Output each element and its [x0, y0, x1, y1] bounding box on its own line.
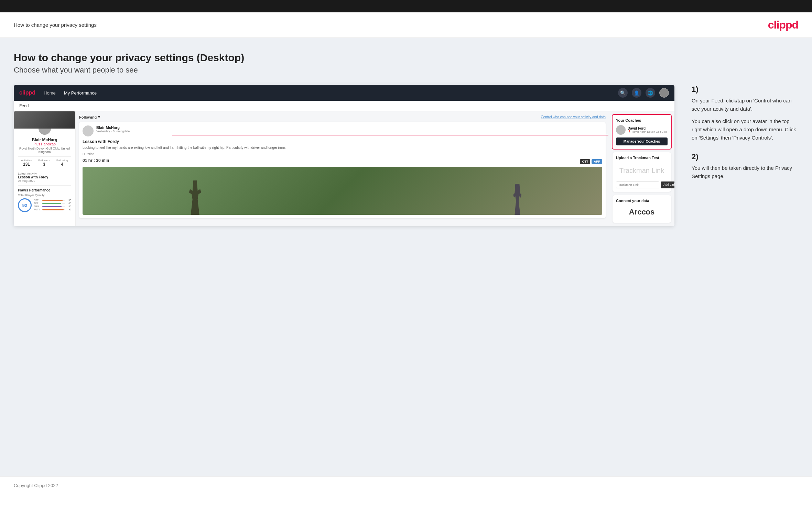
tpq-bar-app: APP 85	[34, 202, 71, 205]
post-description: Looking to feel like my hands are exitin…	[83, 145, 602, 150]
nav-link-home[interactable]: Home	[44, 90, 56, 96]
tpq-bar-putt: PUTT 96	[34, 208, 71, 211]
main-content: How to change your privacy settings (Des…	[0, 38, 812, 476]
user-avatar[interactable]	[659, 88, 669, 98]
tpq-row: 92 OTT 90 APP 85	[18, 198, 71, 212]
post-image	[83, 167, 602, 215]
profile-panel: Blair McHarg Plus Handicap Royal North D…	[14, 111, 76, 226]
post-user-location: Yesterday · Sunningdale	[96, 130, 130, 133]
feed-tab-label: Feed	[19, 103, 29, 108]
tag-app[interactable]: APP	[592, 159, 602, 164]
tpq-label: Total Player Quality	[18, 194, 71, 197]
following-dropdown[interactable]: Following ▾	[79, 115, 100, 119]
app-nav-icons: 🔍 👤 🌐	[618, 88, 669, 98]
manage-coaches-button[interactable]: Manage Your Coaches	[616, 137, 668, 145]
post-time: 01 hr : 30 min	[83, 158, 109, 163]
stat-followers-value: 3	[38, 162, 50, 167]
stat-followers: Followers 3	[38, 159, 50, 167]
control-link[interactable]: Control who can see your activity and da…	[541, 115, 606, 119]
footer: Copyright Clippd 2022	[0, 476, 812, 494]
coach-avatar	[616, 125, 626, 135]
app-body: Blair McHarg Plus Handicap Royal North D…	[14, 111, 674, 226]
globe-icon[interactable]: 🌐	[646, 88, 655, 98]
tpq-bars: OTT 90 APP 85 ARG	[34, 199, 71, 211]
page-heading: How to change your privacy settings (Des…	[14, 52, 798, 64]
header-title: How to change your privacy settings	[14, 22, 97, 28]
coach-name: David Ford	[628, 126, 667, 130]
app-logo: clippd	[19, 90, 35, 96]
latest-activity-label: Latest Activity	[18, 172, 71, 175]
stat-activities-value: 131	[21, 162, 32, 167]
stat-following: Following 4	[56, 159, 68, 167]
top-bar	[0, 0, 812, 12]
dropdown-chevron: ▾	[98, 115, 100, 119]
right-panel: Your Coaches David Ford 📍 Royal North De…	[609, 111, 674, 226]
coaches-card: Your Coaches David Ford 📍 Royal North De…	[613, 115, 671, 149]
trackman-placeholder-big: Trackman Link	[616, 162, 668, 179]
footer-copyright: Copyright Clippd 2022	[14, 483, 58, 488]
stat-following-value: 4	[56, 162, 68, 167]
following-label: Following	[79, 115, 97, 119]
coaches-title: Your Coaches	[616, 118, 668, 122]
add-link-button[interactable]: Add Link	[661, 181, 674, 188]
profile-club: Royal North Devon Golf Club, United King…	[18, 147, 71, 154]
nav-link-performance[interactable]: My Performance	[64, 90, 97, 96]
post-card: Blair McHarg Yesterday · Sunningdale Les…	[79, 122, 606, 218]
post-title: Lesson with Fordy	[83, 139, 602, 144]
post-user-name: Blair McHarg	[96, 125, 130, 130]
post-avatar	[83, 125, 94, 136]
screenshot-container: clippd Home My Performance 🔍 👤 🌐 Feed	[14, 85, 674, 226]
instruction-1-text1: On your Feed, click/tap on 'Control who …	[692, 97, 798, 113]
profile-name: Blair McHarg	[18, 137, 71, 142]
profile-stats: Activities 131 Followers 3 Following 4	[18, 156, 71, 169]
coach-info: David Ford 📍 Royal North Devon Golf Club	[628, 126, 667, 133]
golfer-silhouette-2	[510, 184, 524, 215]
trackman-card: Upload a Trackman Test Trackman Link Add…	[613, 152, 671, 192]
coach-row: David Ford 📍 Royal North Devon Golf Club	[616, 125, 668, 135]
connect-card: Connect your data Arccos	[613, 195, 671, 223]
arccos-logo: Arccos	[616, 205, 668, 219]
stat-followers-label: Followers	[38, 159, 50, 162]
page-subheading: Choose what you want people to see	[14, 66, 798, 75]
stat-activities-label: Activities	[21, 159, 32, 162]
following-bar: Following ▾ Control who can see your act…	[79, 115, 606, 119]
tag-ott[interactable]: OTT	[580, 159, 590, 164]
content-row: clippd Home My Performance 🔍 👤 🌐 Feed	[14, 85, 798, 226]
search-icon[interactable]: 🔍	[618, 88, 628, 98]
post-header: Blair McHarg Yesterday · Sunningdale	[83, 125, 602, 136]
player-performance-section: Player Performance Total Player Quality …	[18, 185, 71, 212]
instructions-panel: 1) On your Feed, click/tap on 'Control w…	[688, 85, 798, 191]
instruction-2: 2) You will then be taken directly to th…	[692, 152, 798, 180]
feed-tab[interactable]: Feed	[14, 101, 674, 111]
trackman-title: Upload a Trackman Test	[616, 156, 668, 160]
tpq-bar-arg: ARG 86	[34, 205, 71, 208]
latest-activity-date: 03 Aug 2022	[18, 179, 71, 183]
tpq-circle: 92	[18, 198, 32, 212]
coach-club-name: Royal North Devon Golf Club	[632, 130, 667, 133]
instruction-2-text: You will then be taken directly to the P…	[692, 164, 798, 180]
golfer-silhouette-1	[186, 180, 204, 215]
tpq-bar-ott: OTT 90	[34, 199, 71, 201]
instruction-1: 1) On your Feed, click/tap on 'Control w…	[692, 85, 798, 142]
post-duration-label: Duration	[83, 152, 602, 156]
coaches-annotation-wrap: Your Coaches David Ford 📍 Royal North De…	[613, 115, 671, 149]
feed-panel: Following ▾ Control who can see your act…	[76, 111, 609, 226]
user-icon[interactable]: 👤	[632, 88, 641, 98]
trackman-input[interactable]	[616, 181, 659, 188]
stat-activities: Activities 131	[21, 159, 32, 167]
latest-activity-value: Lesson with Fordy	[18, 175, 71, 179]
stat-following-label: Following	[56, 159, 68, 162]
app-nav: clippd Home My Performance 🔍 👤 🌐	[14, 85, 674, 101]
post-user-info: Blair McHarg Yesterday · Sunningdale	[96, 125, 130, 133]
coach-club: 📍 Royal North Devon Golf Club	[628, 130, 667, 133]
trackman-input-row: Add Link	[616, 181, 668, 188]
player-perf-title: Player Performance	[18, 188, 71, 192]
location-icon: 📍	[628, 130, 631, 133]
post-tags: OTT APP	[580, 159, 602, 164]
profile-banner	[14, 111, 75, 129]
profile-handicap: Plus Handicap	[18, 142, 71, 146]
instruction-2-number: 2)	[692, 152, 798, 161]
instruction-1-text2: You can also click on your avatar in the…	[692, 117, 798, 142]
connect-title: Connect your data	[616, 199, 668, 203]
logo: clippd	[768, 19, 798, 31]
